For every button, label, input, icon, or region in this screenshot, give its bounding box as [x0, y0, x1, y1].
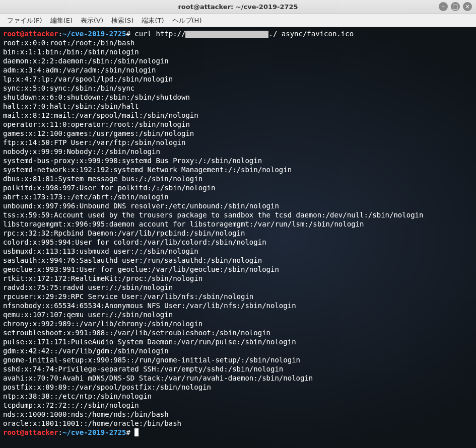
command-prefix: curl http:// [134, 30, 185, 38]
window-title: root@attacker: ~/cve-2019-2725 [178, 3, 298, 11]
prompt-sep: : [58, 30, 62, 38]
cursor [134, 428, 139, 436]
prompt-hash-2: # [126, 428, 130, 436]
menubar: ファイル(F) 編集(E) 表示(V) 検索(S) 端末(T) ヘルプ(H) [0, 14, 476, 27]
menu-help[interactable]: ヘルプ(H) [168, 15, 206, 27]
minimize-button[interactable]: – [439, 2, 448, 11]
redacted-host: xxxxxxxxxxxxxxxxxx [185, 31, 268, 38]
command-suffix: ./_async/favicon.ico [268, 30, 354, 38]
close-button[interactable]: × [463, 2, 472, 11]
maximize-button[interactable]: □ [451, 2, 460, 11]
titlebar: root@attacker: ~/cve-2019-2725 – □ × [0, 0, 476, 14]
prompt-sep-2: : [58, 428, 62, 436]
window-controls: – □ × [439, 2, 472, 11]
menu-edit[interactable]: 編集(E) [46, 15, 77, 27]
terminal-window: root@attacker: ~/cve-2019-2725 – □ × ファイ… [0, 0, 476, 448]
maximize-icon: □ [452, 3, 458, 10]
minimize-icon: – [442, 3, 445, 10]
prompt-hash: # [126, 30, 130, 38]
prompt-user-2: root@attacker [3, 428, 58, 436]
menu-search[interactable]: 検索(S) [107, 15, 138, 27]
terminal-lines: root:x:0:0:root:/root:/bin/bash bin:x:1:… [3, 39, 423, 427]
close-icon: × [465, 3, 470, 10]
terminal-output[interactable]: root@attacker:~/cve-2019-2725# curl http… [0, 27, 476, 448]
menu-view[interactable]: 表示(V) [77, 15, 107, 27]
menu-file[interactable]: ファイル(F) [3, 15, 46, 27]
menu-terminal[interactable]: 端末(T) [138, 15, 168, 27]
prompt-path-2: ~/cve-2019-2725 [62, 428, 126, 436]
prompt-path: ~/cve-2019-2725 [62, 30, 126, 38]
prompt-user: root@attacker [3, 30, 58, 38]
